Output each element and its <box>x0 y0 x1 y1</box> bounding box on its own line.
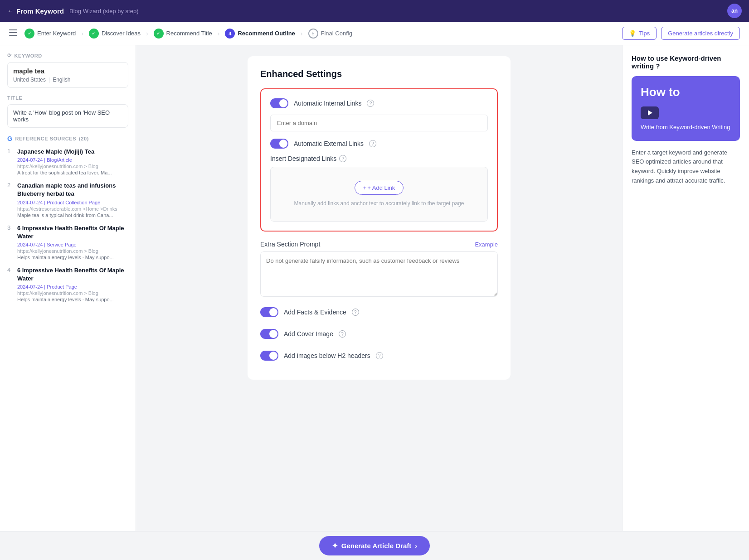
ref-desc-4: Helps maintain energy levels · May suppo… <box>17 297 128 302</box>
ref-title-4: 6 Impressive Health Benefits Of Maple Wa… <box>17 266 128 283</box>
card-title: Enhanced Settings <box>260 69 498 79</box>
images-h2-help-icon[interactable]: ? <box>376 352 383 359</box>
wand-icon: ✦ <box>332 541 338 550</box>
wizard-bar: ✓ Enter Keyword › ✓ Discover Ideas › ✓ R… <box>0 22 749 45</box>
example-link[interactable]: Example <box>475 241 498 248</box>
step-sep-1: › <box>81 30 83 37</box>
ref-url-3: https://kellyjonesnutrition.com > Blog <box>17 248 128 254</box>
meta-sep: | <box>49 77 50 83</box>
lightbulb-icon: 💡 <box>629 30 636 37</box>
extra-section-label: Extra Section Prompt <box>260 241 320 248</box>
ref-url-2: https://lestresorsderable.com >Home >Dri… <box>17 206 128 212</box>
step-sep-4: › <box>301 30 303 37</box>
external-links-toggle[interactable] <box>270 139 288 149</box>
add-link-desc: Manually add links and anchor text to ac… <box>280 199 478 208</box>
avatar[interactable]: an <box>727 4 742 18</box>
sidebar: ⟳ KEYWORD maple tea United States | Engl… <box>0 45 136 560</box>
wizard-subtitle: Blog Wizard (step by step) <box>69 8 138 14</box>
ref-title-2: Canadian maple teas and infusions Bluebe… <box>17 182 128 198</box>
ref-content-1: Japanese Maple (Mojiji) Tea 2024-07-24 |… <box>17 148 128 175</box>
ref-num-3: 3 <box>7 224 13 260</box>
step-4-num: 4 <box>225 29 235 39</box>
facts-toggle[interactable] <box>260 307 278 317</box>
tips-button[interactable]: 💡 Tips <box>622 27 657 40</box>
svg-rect-1 <box>9 32 17 33</box>
step-1[interactable]: ✓ Enter Keyword <box>24 29 76 39</box>
step-5[interactable]: 5 Final Config <box>308 29 352 39</box>
ref-item-4: 4 6 Impressive Health Benefits Of Maple … <box>7 266 128 302</box>
facts-label: Add Facts & Evidence <box>284 309 346 316</box>
generate-direct-button[interactable]: Generate articles directly <box>661 27 740 40</box>
video-title: How to <box>641 85 731 99</box>
step-3[interactable]: ✓ Recommend Title <box>154 29 212 39</box>
images-h2-toggle[interactable] <box>260 351 278 361</box>
keyword-value: maple tea <box>13 67 122 75</box>
enhanced-settings-card: Enhanced Settings Automatic Internal Lin… <box>248 56 511 380</box>
step-4[interactable]: 4 Recommend Outline <box>225 29 295 39</box>
ref-url-1: https://kellyjonesnutrition.com > Blog <box>17 164 128 169</box>
step-1-check: ✓ <box>24 29 34 39</box>
keyword-icon: ⟳ <box>7 53 12 58</box>
internal-links-help-icon[interactable]: ? <box>367 100 374 107</box>
step-sep-2: › <box>146 30 148 37</box>
ref-date-3: 2024-07-24 | Service Page <box>17 242 128 247</box>
internal-links-toggle[interactable] <box>270 98 288 108</box>
right-panel: How to use Keyword-driven writing ? How … <box>622 45 749 560</box>
content-area: Enhanced Settings Automatic Internal Lin… <box>136 45 622 560</box>
internal-links-row: Automatic Internal Links ? <box>270 98 488 108</box>
insert-links-help-icon[interactable]: ? <box>339 155 346 162</box>
ref-content-2: Canadian maple teas and infusions Bluebe… <box>17 182 128 217</box>
generate-draft-button[interactable]: ✦ Generate Article Draft › <box>319 536 430 555</box>
cover-image-label: Add Cover Image <box>284 330 333 338</box>
ref-desc-1: A treat for the sophisticated tea lover.… <box>17 170 128 175</box>
video-subtitle: Write from Keyword-driven Writing <box>641 123 731 132</box>
ref-title-1: Japanese Maple (Mojiji) Tea <box>17 148 128 156</box>
ref-num-4: 4 <box>7 266 13 302</box>
step-5-num: 5 <box>308 29 318 39</box>
ref-url-4: https://kellyjonesnutrition.com > Blog <box>17 290 128 296</box>
top-nav: ← From Keyword Blog Wizard (step by step… <box>0 0 749 22</box>
google-icon: G <box>7 135 12 142</box>
play-button[interactable] <box>641 106 659 119</box>
app-title: From Keyword <box>16 7 64 15</box>
step-1-label: Enter Keyword <box>37 30 76 37</box>
video-card[interactable]: How to Write from Keyword-driven Writing <box>632 76 740 141</box>
ref-date-2: 2024-07-24 | Product Collection Page <box>17 200 128 205</box>
ref-item-2: 2 Canadian maple teas and infusions Blue… <box>7 182 128 217</box>
keyword-section-label: ⟳ KEYWORD <box>7 53 128 58</box>
back-button[interactable]: ← From Keyword <box>7 7 64 15</box>
insert-links-label: Insert Designated Links ? <box>270 155 488 162</box>
cover-image-help-icon[interactable]: ? <box>339 330 346 338</box>
title-box: Write a 'How' blog post on 'How SEO work… <box>7 104 128 128</box>
extra-header: Extra Section Prompt Example <box>260 241 498 248</box>
ref-item-3: 3 6 Impressive Health Benefits Of Maple … <box>7 224 128 260</box>
arrow-right-icon: › <box>415 542 417 550</box>
keyword-box: maple tea United States | English <box>7 62 128 88</box>
plus-icon: + <box>363 184 367 191</box>
bottom-bar: ✦ Generate Article Draft › <box>0 531 749 560</box>
panel-description: Enter a target keyword and generate SEO … <box>632 148 740 186</box>
settings-highlighted: Automatic Internal Links ? Automatic Ext… <box>260 88 498 232</box>
wizard-actions: 💡 Tips Generate articles directly <box>622 27 740 40</box>
internal-links-label: Automatic Internal Links <box>294 100 361 107</box>
add-link-button[interactable]: + + Add Link <box>355 181 404 195</box>
language-label: English <box>53 77 70 83</box>
step-5-label: Final Config <box>321 30 352 37</box>
step-3-check: ✓ <box>154 29 164 39</box>
svg-rect-0 <box>9 29 17 30</box>
step-2-check: ✓ <box>89 29 99 39</box>
domain-input[interactable] <box>270 115 488 131</box>
sidebar-toggle-icon[interactable] <box>9 29 17 37</box>
external-links-help-icon[interactable]: ? <box>369 140 376 147</box>
ref-item-1: 1 Japanese Maple (Mojiji) Tea 2024-07-24… <box>7 148 128 175</box>
cover-image-toggle[interactable] <box>260 329 278 339</box>
step-2[interactable]: ✓ Discover Ideas <box>89 29 141 39</box>
external-links-label: Automatic External Links <box>294 140 364 147</box>
main-layout: ⟳ KEYWORD maple tea United States | Engl… <box>0 45 749 560</box>
extra-section-textarea[interactable] <box>260 251 498 297</box>
facts-help-icon[interactable]: ? <box>352 309 359 316</box>
facts-row: Add Facts & Evidence ? <box>260 307 498 317</box>
step-3-label: Recommend Title <box>166 30 212 37</box>
svg-rect-2 <box>9 35 17 36</box>
country-label: United States <box>13 77 46 83</box>
